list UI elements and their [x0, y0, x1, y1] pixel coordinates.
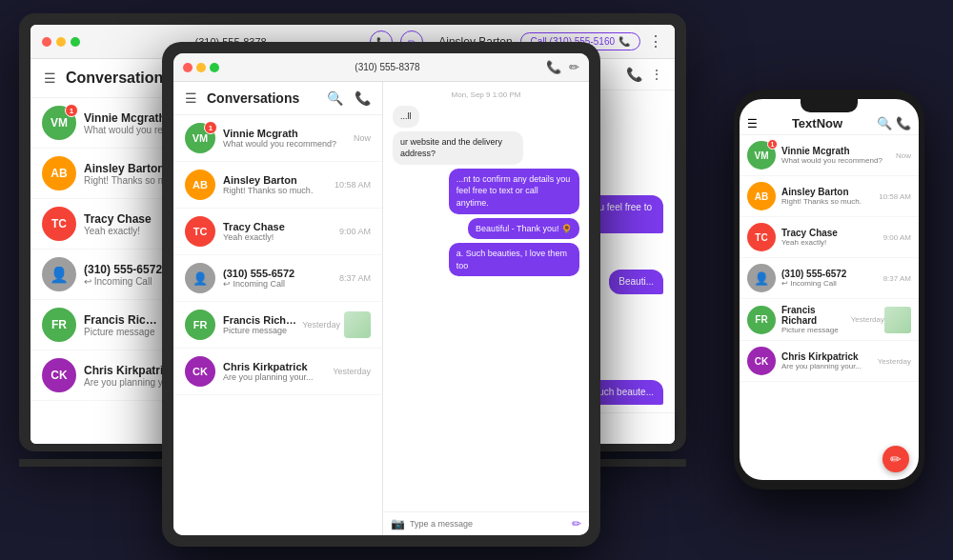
- tablet-chat-messages: Mon, Sep 9 1:00 PM ...ll ur website and …: [383, 82, 589, 511]
- avatar-ck: CK: [42, 358, 76, 392]
- tablet-contact-name-tc: Tracy Chase: [223, 221, 335, 232]
- traffic-light-red[interactable]: [42, 37, 51, 47]
- tablet-contact-fr[interactable]: FR Francis Richard Picture message Yeste…: [173, 302, 382, 349]
- tablet-compose-icon[interactable]: ✏: [572, 517, 581, 530]
- tablet-avatar-phone: 👤: [185, 263, 215, 293]
- tablet-top-bar: (310) 555-8378 📞 ✏: [173, 53, 589, 82]
- tablet-message-input[interactable]: [410, 519, 567, 529]
- tablet-menu-icon[interactable]: ☰: [183, 89, 199, 108]
- more-menu-icon[interactable]: ⋮: [648, 32, 663, 50]
- phone-preview-phone: ↩ Incoming Call: [781, 279, 883, 288]
- phone-contact-phone[interactable]: 👤 (310) 555-6572 ↩ Incoming Call 8:37 AM: [740, 258, 919, 299]
- tablet-contact-tc[interactable]: TC Tracy Chase Yeah exactly! 9:00 AM: [173, 209, 382, 255]
- phone-contact-vm[interactable]: VM1 Vinnie Mcgrath What would you recomm…: [740, 135, 919, 176]
- phone-name-fr: Francis Richard: [781, 305, 851, 326]
- phone-frame: ☰ TextNow 🔍 📞 VM1 Vinnie Mcgrath What wo…: [734, 90, 924, 490]
- tablet-avatar-vm: VM1: [185, 123, 215, 153]
- phone-contact-fr[interactable]: FR Francis Richard Picture message Yeste…: [740, 299, 919, 341]
- tablet-time-tc: 9:00 AM: [339, 227, 371, 236]
- phone-info-phone: (310) 555-6572 ↩ Incoming Call: [781, 269, 883, 288]
- phone-time-ab: 10:58 AM: [879, 192, 911, 201]
- tablet-contact-name-phone: (310) 555-6572: [223, 268, 335, 279]
- more-icon[interactable]: ⋮: [650, 67, 663, 82]
- phone-avatar-vm: VM1: [747, 141, 776, 170]
- phone-screen: ☰ TextNow 🔍 📞 VM1 Vinnie Mcgrath What wo…: [740, 99, 919, 480]
- tablet-avatar-ab: AB: [185, 170, 215, 200]
- phone-avatar-phone: 👤: [747, 264, 776, 292]
- phone-name-ab: Ainsley Barton: [781, 187, 879, 197]
- tablet-contact-phone[interactable]: 👤 (310) 555-6572 ↩ Incoming Call 8:37 AM: [173, 255, 382, 302]
- phone-contact-list: VM1 Vinnie Mcgrath What would you recomm…: [740, 135, 919, 480]
- phone-menu-icon[interactable]: ☰: [747, 117, 758, 130]
- phone-avatar-tc: TC: [747, 223, 776, 251]
- phone-time-phone: 8:37 AM: [883, 274, 911, 283]
- call-icon[interactable]: 📞: [626, 67, 642, 82]
- phone-contact-ab[interactable]: AB Ainsley Barton Right! Thanks so much.…: [740, 176, 919, 217]
- tablet-contact-preview-fr: Picture message: [223, 326, 298, 335]
- phone-avatar-ab: AB: [747, 182, 776, 210]
- phone-info-vm: Vinnie Mcgrath What would you recommend?: [781, 146, 896, 165]
- tablet-chat-input-area: 📷 ✏: [383, 511, 589, 535]
- tablet-contact-info-ab: Ainsley Barton Right! Thanks so much.: [223, 174, 331, 195]
- tablet-time-ck: Yesterday: [333, 367, 371, 376]
- tablet-contact-name-ck: Chris Kirkpatrick: [223, 361, 329, 372]
- phone-name-tc: Tracy Chase: [781, 228, 883, 238]
- chat-header-icons: 📞 ⋮: [626, 67, 663, 82]
- tablet-contact-vm[interactable]: VM1 Vinnie Mcgrath What would you recomm…: [173, 115, 382, 162]
- tablet-tl-red[interactable]: [183, 63, 193, 72]
- tablet-edit-icon[interactable]: ✏: [569, 60, 579, 74]
- tablet-contact-info-fr: Francis Richard Picture message: [223, 314, 298, 335]
- phone-preview-ab: Right! Thanks so much.: [781, 197, 879, 206]
- tablet-avatar-fr: FR: [185, 310, 215, 340]
- tablet-contact-name-fr: Francis Richard: [223, 314, 298, 326]
- tablet-contact-name-ab: Ainsley Barton: [223, 174, 331, 186]
- phone-preview-tc: Yeah exactly!: [781, 238, 883, 247]
- tablet-search-icon[interactable]: 🔍: [325, 89, 345, 108]
- tablet-address-bar: (310) 555-8378: [229, 62, 546, 72]
- tablet-msg-received-2: ur website and the delivery address?: [393, 131, 523, 165]
- traffic-light-green[interactable]: [71, 37, 80, 47]
- tablet-time-phone: 8:37 AM: [339, 273, 371, 283]
- phone-time-tc: 9:00 AM: [883, 233, 911, 242]
- phone-search-icon[interactable]: 🔍: [877, 116, 892, 130]
- phone-notch: [801, 99, 858, 112]
- avatar-phone: 👤: [42, 257, 76, 291]
- phone-info-ck: Chris Kirkpatrick Are you planning your.…: [781, 351, 878, 370]
- phone-content: VM1 Vinnie Mcgrath What would you recomm…: [740, 135, 919, 480]
- traffic-light-yellow[interactable]: [56, 37, 66, 47]
- tablet-sidebar-header: ☰ Conversations 🔍 📞: [173, 82, 382, 115]
- tablet-screen: (310) 555-8378 📞 ✏ ☰ Conversations 🔍: [173, 53, 589, 535]
- phone-call-icon[interactable]: 📞: [896, 116, 911, 130]
- tablet-right-icons: 📞 ✏: [546, 60, 579, 74]
- phone-thumb-fr: [884, 307, 911, 333]
- tablet-contact-ck[interactable]: CK Chris Kirkpatrick Are you planning yo…: [173, 349, 382, 395]
- tablet-avatar-tc: TC: [185, 216, 215, 247]
- tablet-contact-list: VM1 Vinnie Mcgrath What would you recomm…: [173, 115, 382, 535]
- tablet-chat: Mon, Sep 9 1:00 PM ...ll ur website and …: [383, 82, 589, 535]
- phone-name-phone: (310) 555-6572: [781, 269, 883, 279]
- phone-header: ☰ TextNow 🔍 📞: [740, 112, 919, 135]
- phone-preview-ck: Are you planning your...: [781, 362, 878, 370]
- tablet-date-divider: Mon, Sep 9 1:00 PM: [393, 90, 579, 99]
- tablet-tl-yellow[interactable]: [196, 63, 206, 72]
- tablet-phone-icon2[interactable]: 📞: [353, 89, 373, 108]
- tablet-frame: (310) 555-8378 📞 ✏ ☰ Conversations 🔍: [162, 42, 600, 547]
- tablet-contact-preview-tc: Yeah exactly!: [223, 232, 335, 242]
- phone-contact-tc[interactable]: TC Tracy Chase Yeah exactly! 9:00 AM: [740, 217, 919, 258]
- tablet-contact-preview-vm: What would you recommend?: [223, 139, 350, 149]
- tablet-tl-green[interactable]: [210, 63, 219, 72]
- tablet-phone-icon[interactable]: 📞: [546, 60, 561, 74]
- avatar-vm: VM 1: [42, 106, 76, 140]
- phone-contact-ck[interactable]: CK Chris Kirkpatrick Are you planning yo…: [740, 341, 919, 382]
- phone: ☰ TextNow 🔍 📞 VM1 Vinnie Mcgrath What wo…: [734, 90, 924, 490]
- menu-icon[interactable]: ☰: [42, 69, 58, 88]
- tablet-contact-ab[interactable]: AB Ainsley Barton Right! Thanks so much.…: [173, 162, 382, 209]
- tablet-content: ☰ Conversations 🔍 📞 VM1 Vinnie Mcgrath W…: [173, 82, 589, 535]
- phone-time-ck: Yesterday: [878, 357, 911, 366]
- phone-info-fr: Francis Richard Picture message: [781, 305, 851, 334]
- avatar-fr: FR: [42, 308, 76, 342]
- traffic-lights: [42, 37, 80, 47]
- tablet-camera-icon[interactable]: 📷: [391, 517, 405, 530]
- tablet-msg-sent-1: ...nt to confirm any details you feel fr…: [449, 169, 579, 214]
- phone-compose-fab[interactable]: ✏: [882, 446, 909, 472]
